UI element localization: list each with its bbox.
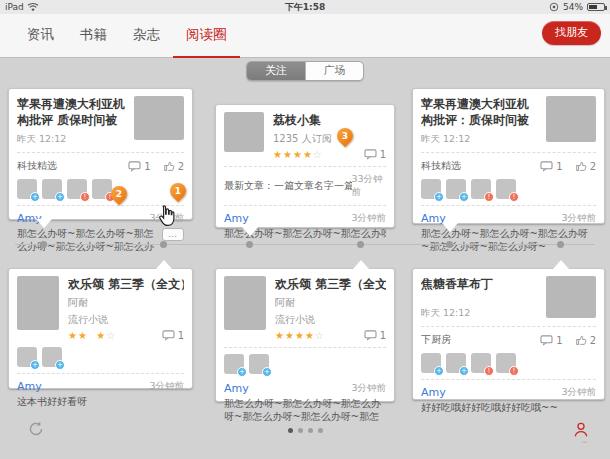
card-book-bottom-middle[interactable]: 欢乐颂 第三季（全文） 阿耐 流行小说 ★★★★☆ 1 [215, 268, 395, 402]
thumbs-up-icon [575, 334, 587, 346]
tab-reading-circle[interactable]: 阅读圈 [173, 14, 240, 58]
battery-icon [587, 3, 605, 11]
timeline-dot [40, 241, 47, 248]
source-label: 下厨房 [421, 333, 451, 347]
timeline-dot [357, 241, 364, 248]
commenter-name[interactable]: Amy [421, 386, 446, 399]
avatar-badge-icon [30, 360, 40, 370]
avatar-badge-icon [55, 192, 65, 202]
comment-stat[interactable]: 1 [364, 149, 386, 160]
source-label: 科技精选 [17, 159, 57, 173]
page-indicator [0, 428, 610, 433]
friend-avatar[interactable] [421, 353, 441, 373]
subscriber-count: 1235 人订阅 [273, 132, 386, 146]
avatar-badge-icon [80, 192, 90, 202]
friend-avatar[interactable] [92, 179, 112, 199]
friend-avatar[interactable] [42, 347, 62, 367]
divider [224, 205, 386, 206]
divider [421, 205, 596, 206]
friend-avatar[interactable] [471, 353, 491, 373]
tab-news[interactable]: 资讯 [14, 14, 67, 58]
book-author: 阿耐 [68, 296, 184, 310]
card-news-top-left[interactable]: 苹果再遭澳大利亚机构批评 质保时间被迫延长 昨天 12:12 科技精选 1 2 [8, 88, 193, 220]
comment-stat[interactable]: 1 [162, 330, 184, 341]
star-rating: ★★★★ [275, 330, 315, 341]
latest-article[interactable]: 最新文章：一篇文章名字一篇文章 [224, 179, 352, 193]
friend-avatar[interactable] [67, 179, 87, 199]
comment-stat[interactable]: 1 [128, 161, 150, 172]
timeline-dot [557, 241, 564, 248]
article-thumbnail [546, 276, 596, 318]
comment-bubble-icon [364, 330, 377, 341]
segment-plaza[interactable]: 广场 [305, 62, 363, 80]
status-bar: iPad 下午1:58 54% [0, 0, 610, 14]
comment-bubble-icon [364, 149, 377, 160]
friend-avatar[interactable] [471, 179, 491, 199]
latest-time: 33分钟前 [352, 173, 387, 199]
commenter-name[interactable]: Amy [17, 380, 42, 393]
app-screen: iPad 下午1:58 54% 资讯 书籍 杂志 阅读圈 [0, 0, 610, 459]
page-dot [308, 428, 313, 433]
avatar-badge-icon [459, 192, 469, 202]
friend-avatar[interactable] [17, 347, 37, 367]
source-label: 科技精选 [421, 159, 461, 173]
like-stat[interactable]: 2 [575, 160, 596, 172]
timeline-dot [446, 241, 453, 248]
friend-avatar[interactable] [496, 179, 516, 199]
friend-avatar[interactable] [17, 179, 37, 199]
article-thumbnail [134, 96, 184, 140]
friend-avatar[interactable] [446, 353, 466, 373]
star-rating: ★★★★ [273, 149, 313, 160]
book-genre: 流行小说 [275, 313, 386, 327]
comment-stat[interactable]: 1 [364, 330, 386, 341]
commenter-name[interactable]: Amy [224, 212, 249, 225]
thumbs-up-icon [575, 160, 587, 172]
comment-time: 3分钟前 [351, 382, 386, 395]
card-pointer [36, 219, 52, 228]
card-time: 昨天 12:12 [17, 133, 128, 146]
friend-avatar[interactable] [224, 354, 244, 374]
rotation-lock-icon [549, 2, 559, 12]
divider [421, 152, 596, 153]
avatar-badge-icon [434, 366, 444, 376]
card-title: 焦糖香草布丁 [421, 276, 540, 292]
divider [17, 373, 184, 374]
avatar-badge-icon [30, 192, 40, 202]
find-friends-button[interactable]: 找朋友 [542, 21, 601, 45]
book-author: 阿耐 [275, 296, 386, 310]
tutorial-pin-3: 3 [334, 125, 357, 148]
card-news-top-right[interactable]: 苹果再遭澳大利亚机构批评：质保时间被迫延长 昨天 12:12 科技精选 1 2 [412, 88, 605, 224]
friend-avatar[interactable] [446, 179, 466, 199]
thumbs-up-icon [163, 160, 175, 172]
page-dot [318, 428, 323, 433]
card-news-bottom-right[interactable]: 焦糖香草布丁 昨天 12:12 下厨房 1 2 [412, 268, 605, 400]
comment-time: 3分钟前 [561, 386, 596, 399]
tutorial-pin-2: 2 [108, 183, 131, 206]
segment-follow[interactable]: 关注 [247, 62, 305, 80]
tutorial-pin-1: 1 [167, 180, 190, 203]
card-book-bottom-left[interactable]: 欢乐颂 第三季（全文） 阿耐 流行小说 ★★ ★☆ 1 [8, 268, 193, 389]
divider [421, 326, 596, 327]
like-stat[interactable]: 2 [575, 334, 596, 346]
divider [421, 379, 596, 380]
tab-books[interactable]: 书籍 [67, 14, 120, 58]
card-time: 昨天 12:12 [421, 133, 540, 146]
contacts-button[interactable]: ⋯ [572, 421, 590, 443]
card-collection[interactable]: 荔枝小集 1235 人订阅 ★★★★☆ 1 最新文章：一篇文章名字一篇文章 33… [215, 104, 395, 228]
more-button[interactable]: … [162, 228, 184, 241]
friend-avatar[interactable] [496, 353, 516, 373]
friend-avatar[interactable] [249, 354, 269, 374]
commenter-name[interactable]: Amy [224, 382, 249, 395]
device-label: iPad [5, 2, 24, 12]
comment-stat[interactable]: 1 [540, 161, 562, 172]
comment-stat[interactable]: 1 [540, 335, 562, 346]
friend-avatar[interactable] [421, 179, 441, 199]
tab-magazines[interactable]: 杂志 [120, 14, 173, 58]
timeline-dot [246, 241, 253, 248]
friend-avatar[interactable] [42, 179, 62, 199]
clock: 下午1:58 [125, 1, 485, 14]
comment-text: 那怎么办呀~那怎么办呀~那怎么办呀~那怎么办呀~那怎么办呀~那怎么办呀~那怎么办… [224, 398, 386, 422]
like-stat[interactable]: 2 [163, 160, 184, 172]
article-thumbnail [546, 96, 596, 142]
divider [224, 166, 386, 167]
